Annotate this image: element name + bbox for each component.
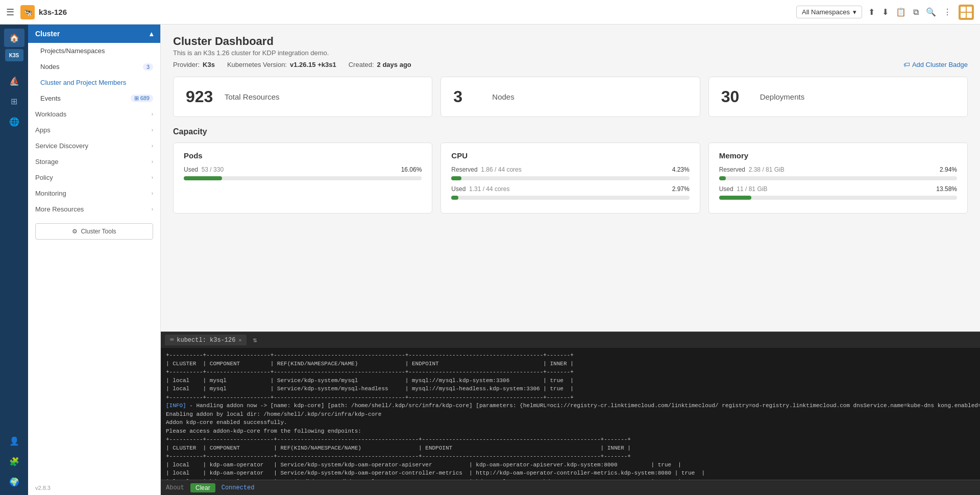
nodes-badge: 3: [143, 63, 153, 70]
nodes-label: Nodes: [492, 92, 514, 101]
dashboard-header: Cluster Dashboard This is an K3s 1.26 cl…: [173, 35, 968, 68]
sidebar-section-more-resources[interactable]: More Resources ›: [28, 201, 160, 217]
mem-used-progress-bg: [719, 196, 957, 200]
sidebar-item-projects[interactable]: Projects/Namespaces: [28, 43, 160, 59]
sidebar-section-monitoring[interactable]: Monitoring ›: [28, 185, 160, 201]
rail-world[interactable]: 🌍: [4, 473, 24, 491]
terminal-expand-icon[interactable]: ⇅: [253, 336, 257, 344]
pods-used-row: Used 53 / 330 16.06%: [184, 166, 422, 173]
sidebar: Cluster ▴ Projects/Namespaces Nodes 3 Cl…: [28, 25, 161, 495]
cap-card-memory: Memory Reserved 2.38 / 81 GiB 2.94% Used…: [708, 143, 968, 214]
mem-used-row: Used 11 / 81 GiB 13.58%: [719, 185, 957, 193]
stat-card-deployments: 30 Deployments: [708, 77, 968, 117]
copy-icon[interactable]: ⧉: [913, 8, 919, 17]
deployments-label: Deployments: [760, 92, 805, 101]
created-info: Created: 2 days ago: [349, 61, 411, 68]
topbar: ☰ 🐄 k3s-126 All Namespaces ▾ ⬆ ⬇ 📋 ⧉ 🔍 ⋮: [0, 0, 980, 25]
terminal-output: +----------+-------------------+--------…: [166, 351, 975, 480]
download-icon[interactable]: ⬇: [882, 7, 889, 17]
rail-grid[interactable]: ⊞: [4, 92, 24, 110]
dashboard-meta: Provider: K3s Kubernetes Version: v1.26.…: [173, 61, 968, 68]
file-icon[interactable]: 📋: [896, 7, 906, 17]
main-layout: 🏠 K3S ⛵ ⊞ 🌐 👤 🧩 🌍 Cluster ▴ Projects/Nam…: [0, 25, 980, 495]
mem-used-progress-fill: [719, 196, 751, 200]
sidebar-cluster-header[interactable]: Cluster ▴: [28, 25, 160, 43]
avatar[interactable]: [959, 5, 974, 20]
chevron-right-icon: ›: [152, 159, 153, 164]
chevron-right-icon: ›: [152, 111, 153, 117]
rail-puzzle[interactable]: 🧩: [4, 452, 24, 470]
cluster-name: k3s-126: [39, 8, 67, 16]
cluster-tools-button[interactable]: ⚙ Cluster Tools: [35, 223, 153, 240]
cpu-used-progress-bg: [451, 196, 689, 200]
content-area: Cluster Dashboard This is an K3s 1.26 cl…: [161, 25, 980, 495]
badge-icon: 🏷: [903, 61, 910, 68]
upload-icon[interactable]: ⬆: [868, 7, 875, 17]
page-subtitle: This is an K3s 1.26 cluster for KDP inte…: [173, 49, 968, 57]
sidebar-section-policy[interactable]: Policy ›: [28, 170, 160, 185]
chevron-right-icon: ›: [152, 143, 153, 149]
about-link[interactable]: About: [166, 484, 184, 491]
total-resources-number: 923: [186, 87, 216, 106]
terminal-content[interactable]: +----------+-------------------+--------…: [161, 348, 980, 480]
pods-progress-bg: [184, 176, 422, 180]
mem-reserved-row: Reserved 2.38 / 81 GiB 2.94%: [719, 166, 957, 173]
stat-cards: 923 Total Resources 3 Nodes 30 Deploymen…: [173, 77, 968, 117]
rail-k3s[interactable]: K3S: [5, 49, 23, 61]
chevron-right-icon: ›: [152, 175, 153, 180]
pods-progress-fill: [184, 176, 222, 180]
stat-card-nodes: 3 Nodes: [440, 77, 700, 117]
capacity-section: Capacity Pods Used 53 / 330 16.06%: [173, 127, 968, 214]
more-options-icon[interactable]: ⋮: [943, 7, 951, 17]
sidebar-item-nodes[interactable]: Nodes 3: [28, 59, 160, 75]
cpu-reserved-progress-bg: [451, 176, 689, 180]
cap-card-cpu: CPU Reserved 1.86 / 44 cores 4.23% Used …: [440, 143, 700, 214]
namespace-selector[interactable]: All Namespaces ▾: [796, 6, 862, 18]
provider-info: Provider: K3s: [173, 61, 215, 68]
connected-status: Connected: [222, 484, 255, 491]
stat-card-resources: 923 Total Resources: [173, 77, 432, 117]
chevron-down-icon: ▾: [853, 8, 856, 16]
gear-icon: ⚙: [72, 228, 78, 235]
sidebar-section-service-discovery[interactable]: Service Discovery ›: [28, 138, 160, 154]
sidebar-section-workloads[interactable]: Workloads ›: [28, 106, 160, 122]
sidebar-section-apps[interactable]: Apps ›: [28, 122, 160, 138]
terminal-tab[interactable]: ⌨ kubectl: k3s-126 ✕: [165, 335, 247, 345]
hamburger-menu[interactable]: ☰: [6, 7, 14, 18]
nodes-number: 3: [453, 87, 484, 106]
cpu-reserved-progress-fill: [451, 176, 461, 180]
rail-user[interactable]: 👤: [4, 432, 24, 450]
rail-ship[interactable]: ⛵: [4, 72, 24, 90]
terminal-area: ⌨ kubectl: k3s-126 ✕ ⇅ +----------+-----…: [161, 332, 980, 495]
deployments-number: 30: [721, 87, 752, 106]
total-resources-label: Total Resources: [225, 92, 280, 101]
icon-rail: 🏠 K3S ⛵ ⊞ 🌐 👤 🧩 🌍: [0, 25, 28, 495]
page-title: Cluster Dashboard: [173, 35, 968, 48]
cpu-used-row: Used 1.31 / 44 cores 2.97%: [451, 185, 689, 193]
sidebar-item-members[interactable]: Cluster and Project Members: [28, 75, 160, 90]
terminal-close-icon[interactable]: ✕: [238, 337, 241, 343]
cpu-used-progress-fill: [451, 196, 458, 200]
chevron-right-icon: ›: [152, 206, 153, 212]
terminal-footer: About Clear Connected: [161, 480, 980, 495]
chevron-up-icon: ▴: [150, 30, 153, 38]
rail-home[interactable]: 🏠: [4, 29, 24, 47]
dashboard-content: Cluster Dashboard This is an K3s 1.26 cl…: [161, 25, 980, 332]
mem-reserved-progress-bg: [719, 176, 957, 180]
app-logo: 🐄 k3s-126: [20, 5, 67, 19]
capacity-title: Capacity: [173, 127, 968, 136]
mem-reserved-progress-fill: [719, 176, 726, 180]
version-label: v2.8.3: [28, 481, 160, 495]
rail-globe[interactable]: 🌐: [4, 112, 24, 131]
sidebar-section-storage[interactable]: Storage ›: [28, 154, 160, 170]
sidebar-item-events[interactable]: Events ⊞ 689: [28, 90, 160, 106]
search-icon[interactable]: 🔍: [926, 7, 936, 17]
capacity-cards: Pods Used 53 / 330 16.06% CPU R: [173, 143, 968, 214]
k8s-version-info: Kubernetes Version: v1.26.15 +k3s1: [227, 61, 336, 68]
add-cluster-badge-button[interactable]: 🏷 Add Cluster Badge: [903, 61, 968, 68]
logo-icon: 🐄: [20, 5, 35, 19]
topbar-actions: ⬆ ⬇ 📋 ⧉ 🔍 ⋮: [868, 5, 974, 20]
cap-card-pods: Pods Used 53 / 330 16.06%: [173, 143, 432, 214]
events-badge: ⊞ 689: [131, 95, 153, 102]
clear-button[interactable]: Clear: [190, 483, 215, 492]
